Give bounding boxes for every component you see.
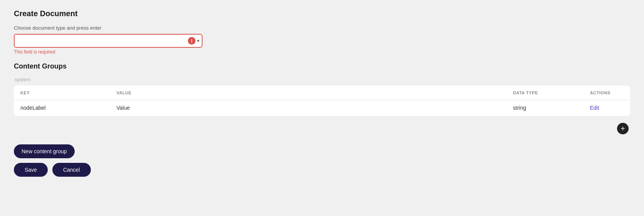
col-header-actions: ACTIONS: [584, 86, 630, 100]
input-icons: ! ▾: [188, 37, 199, 45]
content-groups-title: Content Groups: [14, 62, 630, 70]
cell-value: Value: [110, 100, 507, 116]
doc-type-input-wrapper: ! ▾: [14, 34, 202, 48]
content-group-section: system KEY VALUE DATA TYPE ACTIONS nodeL…: [14, 77, 630, 138]
add-row-btn-wrapper: +: [14, 119, 630, 138]
save-button[interactable]: Save: [14, 163, 48, 177]
page-title: Create Document: [14, 9, 630, 18]
col-header-value: VALUE: [110, 86, 507, 100]
error-message: This field is required: [14, 49, 630, 55]
field-label: Choose document type and press enter: [14, 25, 630, 31]
doc-type-input[interactable]: [14, 34, 202, 48]
group-name: system: [14, 77, 630, 82]
col-header-key: KEY: [14, 86, 110, 100]
cell-key: nodeLabel: [14, 100, 110, 116]
bottom-actions: New content group Save Cancel: [14, 144, 630, 177]
edit-action[interactable]: Edit: [584, 100, 630, 116]
save-cancel-row: Save Cancel: [14, 163, 630, 177]
cancel-button[interactable]: Cancel: [52, 163, 91, 177]
dropdown-arrow-icon[interactable]: ▾: [197, 38, 199, 44]
add-row-button[interactable]: +: [617, 123, 629, 134]
new-content-group-button[interactable]: New content group: [14, 144, 75, 158]
content-table: KEY VALUE DATA TYPE ACTIONS nodeLabel Va…: [14, 85, 630, 116]
cell-datatype: string: [507, 100, 584, 116]
col-header-datatype: DATA TYPE: [507, 86, 584, 100]
error-icon: !: [188, 37, 196, 45]
table-row: nodeLabel Value string Edit: [14, 100, 630, 116]
